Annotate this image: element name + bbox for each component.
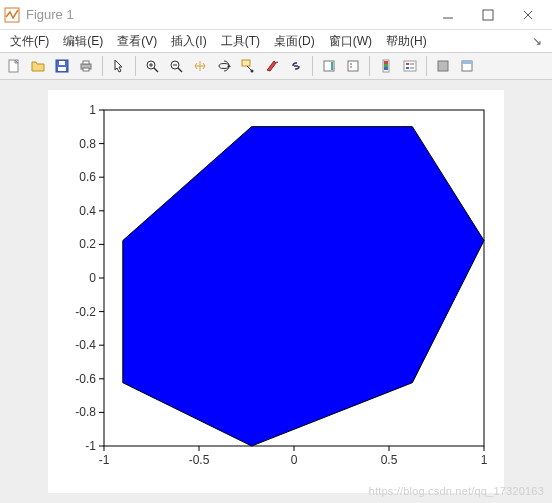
colorbar-button[interactable]	[374, 55, 398, 77]
svg-rect-2	[483, 10, 493, 20]
svg-rect-41	[438, 61, 448, 71]
svg-line-14	[154, 68, 158, 72]
minimize-button[interactable]	[428, 1, 468, 29]
menubar: 文件(F) 编辑(E) 查看(V) 插入(I) 工具(T) 桌面(D) 窗口(W…	[0, 30, 552, 52]
zoom-in-button[interactable]	[140, 55, 164, 77]
svg-text:0: 0	[89, 271, 96, 285]
toolbar-separator	[135, 56, 136, 76]
svg-point-24	[251, 70, 254, 73]
pointer-button[interactable]	[107, 55, 131, 77]
svg-text:0: 0	[291, 453, 298, 467]
toolbar-separator	[312, 56, 313, 76]
svg-rect-12	[83, 68, 89, 71]
svg-text:0.8: 0.8	[79, 137, 96, 151]
svg-rect-37	[406, 63, 409, 65]
svg-text:-1: -1	[99, 453, 110, 467]
menu-desktop[interactable]: 桌面(D)	[268, 31, 321, 52]
svg-text:0.2: 0.2	[79, 237, 96, 251]
svg-text:-0.4: -0.4	[75, 338, 96, 352]
toolbar-separator	[426, 56, 427, 76]
brush-button[interactable]	[260, 55, 284, 77]
insert-legend-button[interactable]	[341, 55, 365, 77]
window-titlebar: Figure 1	[0, 0, 552, 30]
svg-rect-8	[58, 67, 66, 71]
toolbar	[0, 52, 552, 80]
pan-button[interactable]	[188, 55, 212, 77]
figure-canvas[interactable]: -1-0.500.51-1-0.8-0.6-0.4-0.200.20.40.60…	[0, 80, 552, 503]
svg-text:-0.2: -0.2	[75, 305, 96, 319]
svg-text:-0.6: -0.6	[75, 372, 96, 386]
svg-rect-36	[404, 61, 416, 71]
toolbar-separator	[369, 56, 370, 76]
toolbar-separator	[102, 56, 103, 76]
zoom-out-button[interactable]	[164, 55, 188, 77]
window-title: Figure 1	[26, 7, 428, 22]
axes-panel: -1-0.500.51-1-0.8-0.6-0.4-0.200.20.40.60…	[48, 90, 504, 493]
svg-text:1: 1	[89, 103, 96, 117]
menu-overflow-icon[interactable]: ↘	[526, 34, 548, 48]
svg-rect-43	[462, 61, 472, 64]
rotate3d-button[interactable]	[212, 55, 236, 77]
svg-text:-0.5: -0.5	[189, 453, 210, 467]
new-figure-button[interactable]	[2, 55, 26, 77]
svg-rect-34	[384, 64, 388, 67]
menu-help[interactable]: 帮助(H)	[380, 31, 433, 52]
insert-colorbar-button[interactable]	[317, 55, 341, 77]
axes: -1-0.500.51-1-0.8-0.6-0.4-0.200.20.40.60…	[56, 98, 496, 478]
svg-rect-38	[406, 67, 409, 69]
svg-rect-9	[59, 61, 65, 65]
save-button[interactable]	[50, 55, 74, 77]
svg-text:1: 1	[481, 453, 488, 467]
svg-text:0.4: 0.4	[79, 204, 96, 218]
svg-text:0.6: 0.6	[79, 170, 96, 184]
show-tools-button[interactable]	[455, 55, 479, 77]
app-icon	[4, 7, 20, 23]
svg-rect-35	[384, 67, 388, 70]
svg-marker-25	[276, 61, 278, 63]
svg-text:-0.8: -0.8	[75, 405, 96, 419]
svg-text:0.5: 0.5	[381, 453, 398, 467]
legend-button[interactable]	[398, 55, 422, 77]
print-button[interactable]	[74, 55, 98, 77]
menu-view[interactable]: 查看(V)	[111, 31, 163, 52]
svg-point-20	[219, 64, 229, 69]
menu-edit[interactable]: 编辑(E)	[57, 31, 109, 52]
svg-text:-1: -1	[85, 439, 96, 453]
hide-tools-button[interactable]	[431, 55, 455, 77]
menu-file[interactable]: 文件(F)	[4, 31, 55, 52]
close-button[interactable]	[508, 1, 548, 29]
svg-marker-21	[227, 65, 231, 67]
svg-line-18	[178, 68, 182, 72]
menu-tools[interactable]: 工具(T)	[215, 31, 266, 52]
svg-rect-33	[384, 61, 388, 64]
svg-rect-22	[242, 60, 250, 66]
menu-insert[interactable]: 插入(I)	[165, 31, 212, 52]
menu-window[interactable]: 窗口(W)	[323, 31, 378, 52]
link-button[interactable]	[284, 55, 308, 77]
maximize-button[interactable]	[468, 1, 508, 29]
svg-rect-28	[331, 62, 333, 70]
svg-rect-29	[348, 61, 358, 71]
datacursor-button[interactable]	[236, 55, 260, 77]
svg-rect-11	[83, 61, 89, 64]
open-button[interactable]	[26, 55, 50, 77]
